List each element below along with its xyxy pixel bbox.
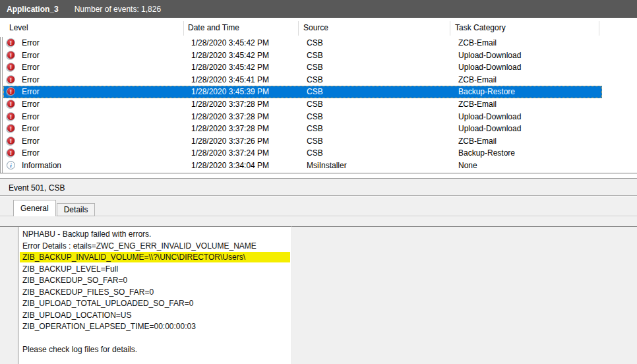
table-row[interactable]: !Error1/28/2020 3:37:28 PMCSBUpload-Down… <box>3 111 602 123</box>
title-divider <box>0 195 637 196</box>
level-cell: Error <box>22 87 40 96</box>
column-header-level[interactable]: Level <box>9 23 28 32</box>
detail-pane-title: Event 501, CSB <box>9 183 65 193</box>
level-cell: Information <box>22 161 61 170</box>
source-cell: CSB <box>307 87 323 96</box>
error-icon: ! <box>7 100 15 108</box>
table-rows: !Error1/28/2020 3:45:42 PMCSBZCB-Email!E… <box>3 37 637 172</box>
column-header-date[interactable]: Date and Time <box>188 23 239 32</box>
datetime-cell: 1/28/2020 3:37:24 PM <box>191 148 269 158</box>
table-row[interactable]: !Error1/28/2020 3:45:42 PMCSBUpload-Down… <box>3 49 602 62</box>
detail-line: Please check log files for details. <box>22 344 291 356</box>
task-cell: ZCB-Email <box>458 100 497 109</box>
detail-line: ZIB_BACKEDUP_FILES_SO_FAR=0 <box>22 287 291 299</box>
datetime-cell: 1/28/2020 3:37:28 PM <box>191 124 269 133</box>
datetime-cell: 1/28/2020 3:45:39 PM <box>191 87 269 96</box>
source-cell: CSB <box>307 75 323 84</box>
table-row[interactable]: !Error1/28/2020 3:37:24 PMCSBBackup-Rest… <box>3 147 602 160</box>
error-icon: ! <box>7 148 15 157</box>
table-row[interactable]: !Error1/28/2020 3:45:42 PMCSBZCB-Email <box>3 37 602 49</box>
level-cell: Error <box>22 136 40 146</box>
level-cell: Error <box>22 112 40 121</box>
datetime-cell: 1/28/2020 3:45:42 PM <box>191 63 269 72</box>
column-divider[interactable] <box>298 21 299 36</box>
datetime-cell: 1/28/2020 3:34:04 PM <box>191 161 269 170</box>
table-row[interactable]: !Error1/28/2020 3:45:42 PMCSBUpload-Down… <box>3 61 602 74</box>
detail-line: ZIB_BACKEDUP_SO_FAR=0 <box>22 275 291 287</box>
column-header-source[interactable]: Source <box>303 23 328 32</box>
task-cell: Upload-Download <box>458 63 521 72</box>
level-cell: Error <box>22 100 40 109</box>
level-cell: Error <box>22 51 40 60</box>
datetime-cell: 1/28/2020 3:37:28 PM <box>191 112 269 121</box>
detail-text: NPHABU - Backup failed with errors.Error… <box>18 226 292 364</box>
table-row[interactable]: !Error1/28/2020 3:45:39 PMCSBBackup-Rest… <box>3 86 602 98</box>
highlight-line: ZIB_BACKUP_INVALID_VOLUME=\\?\UNC\DIRECT… <box>22 252 291 264</box>
column-header-task[interactable]: Task Category <box>455 23 506 32</box>
detail-pane: Event 501, CSB GeneralDetails NPHABU - B… <box>0 178 637 364</box>
tab-general[interactable]: General <box>13 200 56 216</box>
task-cell: ZCB-Email <box>458 38 497 47</box>
source-cell: CSB <box>307 124 323 133</box>
level-cell: Error <box>22 75 40 84</box>
datetime-cell: 1/28/2020 3:45:41 PM <box>191 75 269 84</box>
level-cell: Error <box>22 148 40 158</box>
task-cell: Upload-Download <box>458 112 521 121</box>
table-header: Level Date and Time Source Task Category <box>0 19 637 37</box>
detail-line: ZIB_UPLOAD_LOCATION=US <box>22 310 291 322</box>
event-table: Level Date and Time Source Task Category… <box>0 19 637 173</box>
task-cell: Backup-Restore <box>458 87 515 96</box>
task-cell: Upload-Download <box>458 124 521 133</box>
task-cell: ZCB-Email <box>458 75 497 84</box>
events-count: Number of events: 1,826 <box>75 5 161 14</box>
tab-strip: GeneralDetails <box>13 200 96 216</box>
log-title: Application_3 <box>7 5 59 14</box>
source-cell: CSB <box>307 148 323 158</box>
datetime-cell: 1/28/2020 3:45:42 PM <box>191 38 269 47</box>
error-icon: ! <box>7 136 15 145</box>
source-cell: CSB <box>307 112 323 121</box>
detail-line: Error Details : etails=ZWC_ENG_ERR_INVAL… <box>22 241 291 253</box>
error-icon: ! <box>7 75 15 84</box>
highlighted-text: ZIB_BACKUP_INVALID_VOLUME=\\?\UNC\DIRECT… <box>20 252 290 262</box>
task-cell: Backup-Restore <box>458 148 515 158</box>
detail-line <box>22 333 291 345</box>
tab-details[interactable]: Details <box>57 203 96 216</box>
column-divider[interactable] <box>599 21 599 36</box>
datetime-cell: 1/28/2020 3:45:42 PM <box>191 51 269 60</box>
source-cell: CSB <box>307 100 323 109</box>
error-icon: ! <box>7 87 15 96</box>
error-icon: ! <box>7 51 15 59</box>
detail-line: ZIB_OPERATION_ELAPSED_TIME=00:00:00:03 <box>22 321 291 333</box>
task-cell: ZCB-Email <box>458 136 497 146</box>
column-divider[interactable] <box>450 21 450 36</box>
error-icon: ! <box>7 124 15 133</box>
information-icon: i <box>7 161 15 169</box>
task-cell: None <box>458 161 477 170</box>
level-cell: Error <box>22 124 40 133</box>
source-cell: MsiInstaller <box>307 161 347 170</box>
task-cell: Upload-Download <box>458 51 521 60</box>
error-icon: ! <box>7 63 15 71</box>
source-cell: CSB <box>307 51 323 60</box>
header-bar: Application_3 Number of events: 1,826 <box>0 0 637 18</box>
datetime-cell: 1/28/2020 3:37:28 PM <box>191 100 269 109</box>
table-row[interactable]: !Error1/28/2020 3:37:26 PMCSBZCB-Email <box>3 135 602 148</box>
table-row[interactable]: iInformation1/28/2020 3:34:04 PMMsiInsta… <box>3 160 602 172</box>
datetime-cell: 1/28/2020 3:37:26 PM <box>191 136 269 146</box>
table-row[interactable]: !Error1/28/2020 3:37:28 PMCSBUpload-Down… <box>3 123 602 135</box>
level-cell: Error <box>22 38 40 47</box>
level-cell: Error <box>22 63 40 72</box>
detail-line: NPHABU - Backup failed with errors. <box>22 229 291 241</box>
table-row[interactable]: !Error1/28/2020 3:45:41 PMCSBZCB-Email <box>3 74 602 86</box>
source-cell: CSB <box>307 38 323 47</box>
error-icon: ! <box>7 38 15 47</box>
table-row[interactable]: !Error1/28/2020 3:37:28 PMCSBZCB-Email <box>3 98 602 111</box>
column-divider[interactable] <box>183 21 184 36</box>
source-cell: CSB <box>307 136 323 146</box>
error-icon: ! <box>7 112 15 121</box>
detail-line: ZIB_BACKUP_LEVEL=Full <box>22 264 291 276</box>
detail-line: ZIB_UPLOAD_TOTAL_UPLOADED_SO_FAR=0 <box>22 298 291 310</box>
source-cell: CSB <box>307 63 323 72</box>
